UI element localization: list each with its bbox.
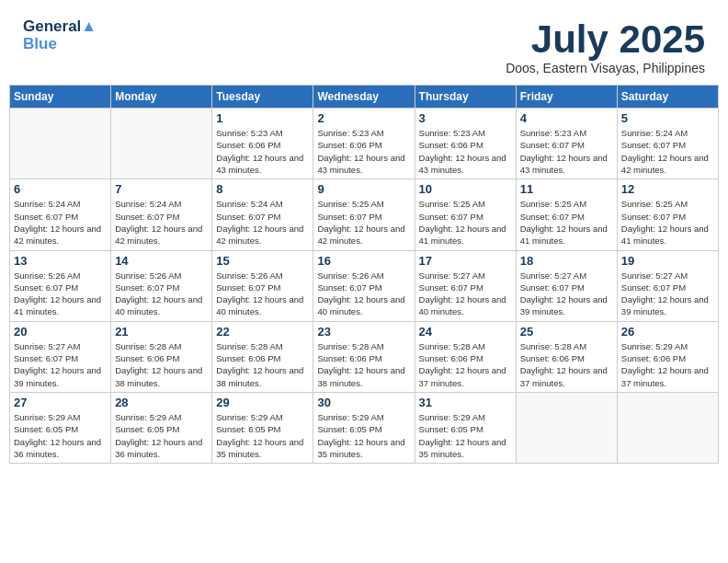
- daylight-text: Daylight: 12 hours and 35 minutes.: [419, 436, 512, 461]
- calendar-cell: 19Sunrise: 5:27 AMSunset: 6:07 PMDayligh…: [617, 250, 718, 321]
- sunrise-text: Sunrise: 5:23 AM: [317, 127, 410, 139]
- sunrise-text: Sunrise: 5:25 AM: [621, 198, 714, 210]
- weekday-header-monday: Monday: [111, 86, 212, 109]
- day-number: 27: [14, 396, 107, 409]
- calendar-cell: 5Sunrise: 5:24 AMSunset: 6:07 PMDaylight…: [617, 109, 718, 179]
- sunset-text: Sunset: 6:05 PM: [419, 423, 512, 435]
- day-info: Sunrise: 5:29 AMSunset: 6:05 PMDaylight:…: [419, 411, 512, 460]
- daylight-text: Daylight: 12 hours and 35 minutes.: [216, 436, 309, 461]
- daylight-text: Daylight: 12 hours and 39 minutes.: [520, 293, 613, 318]
- day-number: 7: [115, 182, 208, 196]
- day-info: Sunrise: 5:27 AMSunset: 6:07 PMDaylight:…: [520, 270, 613, 318]
- day-number: 24: [419, 325, 512, 339]
- sunrise-text: Sunrise: 5:26 AM: [216, 270, 309, 282]
- sunset-text: Sunset: 6:05 PM: [317, 423, 410, 435]
- day-number: 19: [621, 254, 714, 268]
- day-number: 2: [317, 111, 410, 125]
- day-number: 3: [419, 111, 512, 125]
- calendar-week-4: 20Sunrise: 5:27 AMSunset: 6:07 PMDayligh…: [10, 321, 719, 392]
- calendar-cell: 22Sunrise: 5:28 AMSunset: 6:06 PMDayligh…: [212, 321, 313, 392]
- calendar-cell: 16Sunrise: 5:26 AMSunset: 6:07 PMDayligh…: [313, 250, 415, 321]
- calendar-cell: [10, 109, 111, 179]
- daylight-text: Daylight: 12 hours and 36 minutes.: [115, 436, 208, 461]
- day-number: 28: [115, 396, 208, 409]
- daylight-text: Daylight: 12 hours and 41 minutes.: [14, 293, 107, 318]
- day-info: Sunrise: 5:24 AMSunset: 6:07 PMDaylight:…: [216, 198, 309, 247]
- daylight-text: Daylight: 12 hours and 40 minutes.: [115, 293, 208, 318]
- calendar-week-5: 27Sunrise: 5:29 AMSunset: 6:05 PMDayligh…: [10, 392, 719, 463]
- daylight-text: Daylight: 12 hours and 41 minutes.: [520, 223, 613, 247]
- daylight-text: Daylight: 12 hours and 43 minutes.: [216, 152, 309, 177]
- title-section: July 2025 Doos, Eastern Visayas, Philipp…: [506, 18, 705, 75]
- sunset-text: Sunset: 6:07 PM: [621, 139, 714, 151]
- day-number: 13: [14, 254, 107, 268]
- sunrise-text: Sunrise: 5:29 AM: [14, 411, 107, 423]
- calendar-cell: 6Sunrise: 5:24 AMSunset: 6:07 PMDaylight…: [10, 179, 111, 250]
- daylight-text: Daylight: 12 hours and 42 minutes.: [317, 223, 410, 247]
- weekday-header-tuesday: Tuesday: [212, 86, 313, 109]
- calendar-cell: 1Sunrise: 5:23 AMSunset: 6:06 PMDaylight…: [212, 109, 313, 179]
- sunrise-text: Sunrise: 5:27 AM: [14, 340, 107, 352]
- weekday-header-wednesday: Wednesday: [313, 86, 415, 109]
- sunset-text: Sunset: 6:06 PM: [216, 139, 309, 151]
- sunrise-text: Sunrise: 5:24 AM: [115, 198, 208, 210]
- sunrise-text: Sunrise: 5:26 AM: [317, 270, 410, 282]
- day-number: 25: [520, 325, 613, 339]
- calendar-cell: 4Sunrise: 5:23 AMSunset: 6:07 PMDaylight…: [516, 109, 617, 179]
- sunset-text: Sunset: 6:07 PM: [419, 211, 512, 223]
- calendar-cell: 20Sunrise: 5:27 AMSunset: 6:07 PMDayligh…: [10, 321, 111, 392]
- day-number: 1: [216, 111, 309, 125]
- sunrise-text: Sunrise: 5:27 AM: [419, 270, 512, 282]
- calendar-cell: 11Sunrise: 5:25 AMSunset: 6:07 PMDayligh…: [516, 179, 617, 250]
- sunrise-text: Sunrise: 5:28 AM: [419, 340, 512, 352]
- calendar-cell: 26Sunrise: 5:29 AMSunset: 6:06 PMDayligh…: [617, 321, 718, 392]
- calendar-cell: 15Sunrise: 5:26 AMSunset: 6:07 PMDayligh…: [212, 250, 313, 321]
- day-number: 9: [317, 182, 410, 196]
- sunset-text: Sunset: 6:07 PM: [419, 282, 512, 293]
- day-info: Sunrise: 5:25 AMSunset: 6:07 PMDaylight:…: [317, 198, 410, 247]
- day-info: Sunrise: 5:24 AMSunset: 6:07 PMDaylight:…: [115, 198, 208, 247]
- day-info: Sunrise: 5:27 AMSunset: 6:07 PMDaylight:…: [419, 270, 512, 318]
- day-info: Sunrise: 5:26 AMSunset: 6:07 PMDaylight:…: [317, 270, 410, 318]
- sunset-text: Sunset: 6:05 PM: [216, 423, 309, 435]
- sunset-text: Sunset: 6:07 PM: [14, 352, 107, 364]
- sunset-text: Sunset: 6:07 PM: [621, 282, 714, 293]
- sunrise-text: Sunrise: 5:23 AM: [520, 127, 613, 139]
- daylight-text: Daylight: 12 hours and 40 minutes.: [216, 293, 309, 318]
- day-info: Sunrise: 5:28 AMSunset: 6:06 PMDaylight:…: [317, 340, 410, 389]
- weekday-header-thursday: Thursday: [415, 86, 516, 109]
- daylight-text: Daylight: 12 hours and 39 minutes.: [14, 364, 107, 389]
- calendar-cell: 24Sunrise: 5:28 AMSunset: 6:06 PMDayligh…: [415, 321, 516, 392]
- sunset-text: Sunset: 6:07 PM: [317, 211, 410, 223]
- day-number: 12: [621, 182, 714, 196]
- sunrise-text: Sunrise: 5:24 AM: [14, 198, 107, 210]
- day-number: 17: [419, 254, 512, 268]
- sunset-text: Sunset: 6:07 PM: [520, 139, 613, 151]
- sunset-text: Sunset: 6:06 PM: [419, 352, 512, 364]
- sunrise-text: Sunrise: 5:27 AM: [621, 270, 714, 282]
- daylight-text: Daylight: 12 hours and 40 minutes.: [317, 293, 410, 318]
- sunset-text: Sunset: 6:07 PM: [115, 282, 208, 293]
- sunrise-text: Sunrise: 5:25 AM: [317, 198, 410, 210]
- day-info: Sunrise: 5:26 AMSunset: 6:07 PMDaylight:…: [14, 270, 107, 318]
- daylight-text: Daylight: 12 hours and 41 minutes.: [419, 223, 512, 247]
- location-subtitle: Doos, Eastern Visayas, Philippines: [506, 61, 705, 75]
- calendar-cell: 23Sunrise: 5:28 AMSunset: 6:06 PMDayligh…: [313, 321, 415, 392]
- sunset-text: Sunset: 6:07 PM: [14, 211, 107, 223]
- calendar-cell: 25Sunrise: 5:28 AMSunset: 6:06 PMDayligh…: [516, 321, 617, 392]
- daylight-text: Daylight: 12 hours and 41 minutes.: [621, 223, 714, 247]
- day-info: Sunrise: 5:24 AMSunset: 6:07 PMDaylight:…: [621, 127, 714, 176]
- day-number: 21: [115, 325, 208, 339]
- page-header: General▲ Blue July 2025 Doos, Eastern Vi…: [9, 9, 719, 80]
- day-info: Sunrise: 5:28 AMSunset: 6:06 PMDaylight:…: [216, 340, 309, 389]
- daylight-text: Daylight: 12 hours and 38 minutes.: [317, 364, 410, 389]
- sunrise-text: Sunrise: 5:29 AM: [621, 340, 714, 352]
- day-info: Sunrise: 5:23 AMSunset: 6:07 PMDaylight:…: [520, 127, 613, 176]
- sunset-text: Sunset: 6:06 PM: [115, 352, 208, 364]
- daylight-text: Daylight: 12 hours and 42 minutes.: [115, 223, 208, 247]
- daylight-text: Daylight: 12 hours and 42 minutes.: [621, 152, 714, 177]
- calendar-cell: 27Sunrise: 5:29 AMSunset: 6:05 PMDayligh…: [10, 392, 111, 463]
- day-info: Sunrise: 5:28 AMSunset: 6:06 PMDaylight:…: [115, 340, 208, 389]
- logo: General▲ Blue: [23, 18, 97, 52]
- day-number: 10: [419, 182, 512, 196]
